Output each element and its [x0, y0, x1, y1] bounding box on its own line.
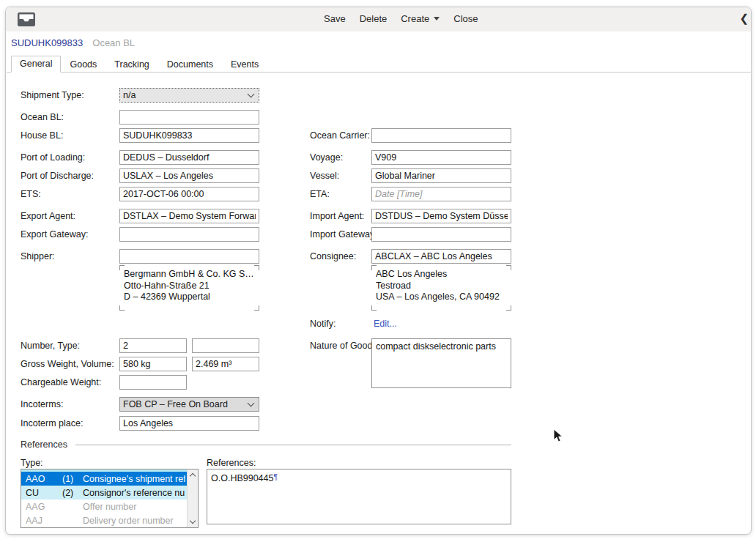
vessel-label: Vessel: [310, 171, 339, 181]
listbox-scrollbar[interactable] [187, 469, 198, 527]
consignee-address-line: USA – Los Angeles, CA 90492 [376, 292, 508, 303]
volume-input[interactable] [192, 357, 259, 371]
voyage-label: Voyage: [310, 152, 343, 163]
reference-type-rows: AAO (1) Consignee's shipment ref... CU (… [21, 469, 187, 527]
ocean-bl-input[interactable] [119, 110, 259, 125]
chargeable-weight-label: Chargeable Weight: [21, 377, 101, 387]
row-description: Offer number [83, 502, 185, 512]
house-bl-input[interactable] [119, 128, 259, 143]
tab-tracking[interactable]: Tracking [105, 56, 158, 72]
incoterms-combo[interactable]: FOB CP – Free On Board [119, 397, 259, 412]
port-of-loading-label: Port of Loading: [21, 152, 85, 163]
tab-goods[interactable]: Goods [61, 56, 105, 72]
ets-label: ETS: [21, 189, 41, 199]
reference-type-row-aag[interactable]: AAG Offer number [21, 500, 187, 513]
eta-label: ETA: [310, 189, 330, 199]
mouse-cursor [553, 428, 565, 443]
incoterm-place-input[interactable] [119, 416, 259, 431]
port-of-loading-input[interactable] [119, 150, 259, 165]
shipper-input[interactable] [119, 249, 259, 264]
record-id: SUDUHK099833 [11, 37, 83, 48]
consignee-label: Consignee: [310, 251, 356, 261]
shipper-address-box: Bergmann GmbH & Co. KG Spediti... Otto-H… [119, 265, 259, 311]
consignee-address-box: ABC Los Angeles Testroad USA – Los Angel… [371, 265, 511, 311]
number-input[interactable] [119, 338, 187, 353]
gross-weight-input[interactable] [119, 357, 187, 371]
scroll-down-icon[interactable] [190, 518, 196, 524]
voyage-input[interactable] [371, 150, 511, 165]
reference-type-row-aaj[interactable]: AAJ Delivery order number [21, 513, 187, 527]
record-type-label: Ocean BL [92, 37, 135, 48]
tab-documents[interactable]: Documents [158, 56, 222, 72]
save-button[interactable]: Save [324, 13, 346, 24]
close-button[interactable]: Close [453, 13, 478, 24]
notify-edit-link[interactable]: Edit... [374, 319, 397, 329]
row-code: AAJ [26, 516, 62, 526]
reference-type-row-cu[interactable]: CU (2) Consignor's reference nu... [21, 486, 187, 500]
reference-type-row-aao[interactable]: AAO (1) Consignee's shipment ref... [21, 472, 187, 486]
chargeable-weight-input[interactable] [119, 375, 187, 390]
shipper-address-line: D – 42369 Wuppertal [124, 292, 256, 303]
collapse-chevron-icon[interactable]: ❮ [739, 12, 749, 25]
export-gateway-input[interactable] [119, 227, 259, 242]
references-value: O.O.HB990445 [211, 473, 273, 483]
export-gateway-label: Export Gateway: [21, 229, 88, 240]
chevron-down-icon [248, 400, 255, 407]
ocean-carrier-input[interactable] [371, 128, 511, 143]
delete-button[interactable]: Delete [360, 13, 388, 24]
references-section-title: References [21, 439, 67, 450]
reference-type-label: Type: [21, 458, 43, 468]
create-button-label: Create [401, 13, 429, 24]
tab-events[interactable]: Events [222, 56, 267, 72]
chevron-down-icon [434, 17, 440, 21]
nature-of-goods-textarea[interactable]: compact diskselectronic parts [371, 338, 511, 388]
import-agent-input[interactable] [371, 209, 511, 223]
row-description: Delivery order number [83, 516, 185, 526]
import-agent-label: Import Agent: [310, 211, 364, 221]
import-gateway-input[interactable] [371, 227, 511, 242]
row-description: Consignor's reference nu... [83, 488, 185, 498]
shipper-label: Shipper: [21, 251, 55, 261]
export-agent-input[interactable] [119, 209, 259, 223]
ocean-bl-label: Ocean BL: [21, 112, 64, 122]
ets-input[interactable] [119, 187, 259, 201]
row-number: (2) [62, 488, 83, 498]
shipment-type-combo[interactable]: n/a [119, 88, 259, 103]
number-type-label: Number, Type: [21, 341, 80, 351]
scroll-up-icon[interactable] [190, 473, 196, 479]
tab-general[interactable]: General [11, 56, 61, 73]
inbox-icon [17, 12, 36, 27]
nature-of-goods-value: compact diskselectronic parts [376, 341, 496, 352]
port-of-discharge-label: Port of Discharge: [21, 171, 94, 181]
consignee-address: ABC Los Angeles Testroad USA – Los Angel… [376, 269, 508, 303]
consignee-address-line: Testroad [376, 281, 508, 292]
notify-label: Notify: [310, 319, 336, 329]
toolbar: Save Delete Create Close ❮ [6, 7, 751, 31]
eta-input[interactable] [371, 187, 511, 201]
type-input[interactable] [192, 338, 259, 353]
toolbar-buttons: Save Delete Create Close [324, 13, 478, 24]
shipper-address-line: Bergmann GmbH & Co. KG Spediti... [124, 269, 256, 281]
vessel-input[interactable] [371, 168, 511, 183]
gross-weight-volume-label: Gross Weight, Volume: [21, 359, 114, 369]
consignee-input[interactable] [371, 249, 511, 264]
references-list-label: References: [207, 458, 256, 468]
row-code: AAO [26, 474, 62, 484]
row-description: Consignee's shipment ref... [83, 474, 185, 484]
references-textarea[interactable]: O.O.HB990445¶ [207, 469, 511, 524]
import-gateway-label: Import Gateway: [310, 229, 377, 240]
tab-strip: General Goods Tracking Documents Events [7, 56, 751, 73]
reference-type-listbox[interactable]: AAO (1) Consignee's shipment ref... CU (… [21, 469, 199, 528]
row-number: (1) [62, 474, 83, 484]
shipper-address-line: Otto-Hahn-Straße 21 [124, 281, 256, 292]
ocean-carrier-label: Ocean Carrier: [310, 130, 370, 141]
incoterm-place-label: Incoterm place: [21, 418, 83, 428]
pilcrow-mark: ¶ [273, 473, 277, 481]
incoterms-value: FOB CP – Free On Board [123, 399, 245, 409]
nature-of-goods-label: Nature of Goods: [310, 341, 379, 351]
create-button[interactable]: Create [401, 13, 440, 24]
incoterms-label: Incoterms: [21, 399, 63, 409]
row-code: AAG [26, 502, 62, 512]
shipment-type-label: Shipment Type: [21, 90, 84, 100]
port-of-discharge-input[interactable] [119, 168, 259, 183]
